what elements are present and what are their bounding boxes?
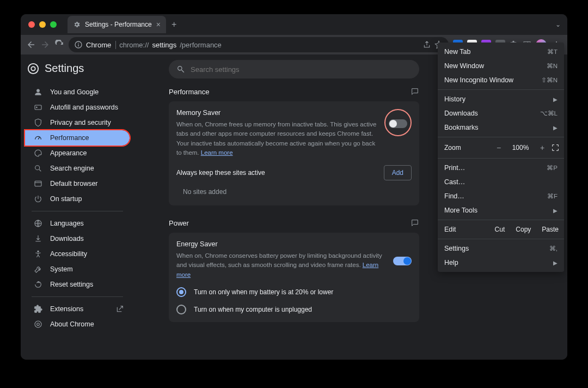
menu-help[interactable]: Help ▶ — [438, 256, 564, 270]
energy-saver-toggle[interactable] — [393, 257, 412, 265]
close-window[interactable] — [28, 21, 35, 28]
menu-label: More Tools — [444, 207, 477, 214]
search-input[interactable] — [191, 65, 412, 74]
sidebar-item-search-engine[interactable]: Search engine — [25, 161, 130, 176]
sidebar-item-performance[interactable]: Performance — [25, 130, 130, 146]
sidebar-item-label: Privacy and security — [50, 119, 111, 126]
svg-rect-7 — [35, 105, 41, 110]
menu-new-tab[interactable]: New Tab ⌘T — [438, 45, 564, 59]
browser-tab[interactable]: Settings - Performance × — [68, 16, 166, 33]
menu-settings[interactable]: Settings ⌘, — [438, 241, 564, 256]
sidebar-item-languages[interactable]: Languages — [25, 216, 130, 231]
menu-more-tools[interactable]: More Tools ▶ — [438, 203, 564, 217]
menu-label: New Tab — [444, 48, 470, 56]
accessibility-icon — [34, 250, 42, 258]
energy-saver-title: Energy Saver — [176, 240, 387, 248]
learn-more-link[interactable]: Learn more — [201, 149, 233, 156]
menu-zoom: Zoom − 100% + — [438, 140, 564, 156]
chrome-icon — [34, 320, 42, 329]
address-bar[interactable]: Chrome chrome://settings/performance — [69, 37, 449, 52]
sidebar-item-appearance[interactable]: Appearance — [25, 146, 130, 161]
menu-edit-row: Edit Cut Copy Paste — [438, 222, 564, 237]
sidebar-item-autofill[interactable]: Autofill and passwords — [25, 100, 130, 115]
sidebar-item-label: About Chrome — [50, 320, 94, 328]
sidebar-item-you-and-google[interactable]: You and Google — [25, 84, 130, 100]
sidebar-item-label: Appearance — [50, 149, 87, 157]
edit-paste[interactable]: Paste — [536, 226, 564, 233]
svg-point-1 — [78, 43, 79, 44]
sidebar-item-label: Performance — [50, 134, 89, 142]
menu-shortcut: ⌥⌘L — [540, 110, 558, 117]
tabs-dropdown-icon[interactable]: ⌄ — [555, 21, 561, 28]
menu-shortcut: ⌘, — [549, 245, 558, 252]
memory-saver-desc: When on, Chrome frees up memory from ina… — [176, 120, 378, 157]
chevron-right-icon: ▶ — [553, 260, 558, 266]
sidebar-item-extensions[interactable]: Extensions — [25, 301, 130, 317]
menu-history[interactable]: History ▶ — [438, 92, 564, 106]
search-icon — [34, 164, 42, 173]
autofill-icon — [34, 103, 42, 112]
fullscreen-icon[interactable] — [551, 143, 560, 152]
sidebar-item-reset[interactable]: Reset settings — [25, 277, 130, 292]
edit-copy[interactable]: Copy — [510, 226, 536, 233]
menu-incognito[interactable]: New Incognito Window ⇧⌘N — [438, 73, 564, 87]
sidebar-item-accessibility[interactable]: Accessibility — [25, 246, 130, 262]
menu-new-window[interactable]: New Window ⌘N — [438, 59, 564, 73]
minimize-window[interactable] — [39, 21, 46, 28]
sidebar-item-default-browser[interactable]: Default browser — [25, 176, 130, 191]
sidebar-separator — [32, 211, 123, 211]
sidebar-item-about[interactable]: About Chrome — [25, 317, 130, 332]
menu-downloads[interactable]: Downloads ⌥⌘L — [438, 106, 564, 120]
menu-separator — [438, 239, 564, 239]
menu-shortcut: ⌘T — [547, 48, 558, 56]
settings-header: Settings — [27, 62, 84, 75]
url-mid: settings — [152, 41, 176, 49]
reload-icon[interactable] — [54, 40, 64, 50]
performance-section-head: Performance — [169, 87, 419, 96]
sidebar-separator — [32, 296, 123, 297]
sidebar-item-label: Default browser — [50, 180, 98, 187]
menu-find[interactable]: Find… ⌘F — [438, 189, 564, 203]
add-site-button[interactable]: Add — [384, 165, 412, 180]
sidebar-item-on-startup[interactable]: On startup — [25, 191, 130, 207]
site-info-icon[interactable] — [74, 40, 83, 49]
sidebar-item-privacy[interactable]: Privacy and security — [25, 115, 130, 130]
menu-label: New Window — [444, 62, 484, 70]
sidebar-item-label: Accessibility — [50, 250, 87, 258]
menu-cast[interactable]: Cast… — [438, 175, 564, 189]
no-sites-note: No sites added — [176, 180, 412, 198]
download-icon — [34, 234, 42, 243]
memory-saver-toggle[interactable] — [389, 119, 407, 128]
menu-separator — [438, 89, 564, 90]
edit-cut[interactable]: Cut — [489, 226, 511, 233]
sidebar-item-label: On startup — [50, 195, 82, 203]
omnibox-chip: Chrome — [86, 41, 116, 49]
radio-label: Turn on only when my battery is at 20% o… — [194, 288, 333, 296]
back-icon[interactable] — [26, 40, 36, 50]
share-icon[interactable] — [422, 40, 431, 49]
sidebar-item-downloads[interactable]: Downloads — [25, 231, 130, 246]
radio-option-battery[interactable]: Turn on only when my battery is at 20% o… — [176, 287, 412, 297]
zoom-in-button[interactable]: + — [537, 143, 548, 152]
forward-icon[interactable] — [40, 40, 50, 50]
svg-point-14 — [38, 251, 39, 252]
menu-label: New Incognito Window — [444, 76, 513, 84]
feedback-icon[interactable] — [411, 219, 419, 227]
zoom-out-button[interactable]: − — [493, 143, 504, 152]
memory-saver-card: Memory Saver When on, Chrome frees up me… — [169, 101, 419, 205]
new-tab-button[interactable]: + — [171, 20, 176, 29]
close-tab-icon[interactable]: × — [156, 20, 161, 29]
main-panel: Performance Memory Saver When on, Chrome… — [169, 87, 419, 335]
menu-print[interactable]: Print… ⌘P — [438, 161, 564, 175]
radio-icon — [176, 305, 186, 314]
maximize-window[interactable] — [50, 21, 57, 28]
menu-bookmarks[interactable]: Bookmarks ▶ — [438, 120, 564, 135]
zoom-value: 100% — [507, 144, 534, 151]
settings-search[interactable] — [169, 60, 419, 78]
reset-icon — [34, 280, 42, 289]
feedback-icon[interactable] — [411, 87, 419, 96]
radio-option-unplugged[interactable]: Turn on when my computer is unplugged — [176, 305, 412, 314]
chevron-right-icon: ▶ — [553, 96, 558, 102]
sidebar-item-system[interactable]: System — [25, 262, 130, 277]
power-section-head: Power — [169, 219, 419, 227]
